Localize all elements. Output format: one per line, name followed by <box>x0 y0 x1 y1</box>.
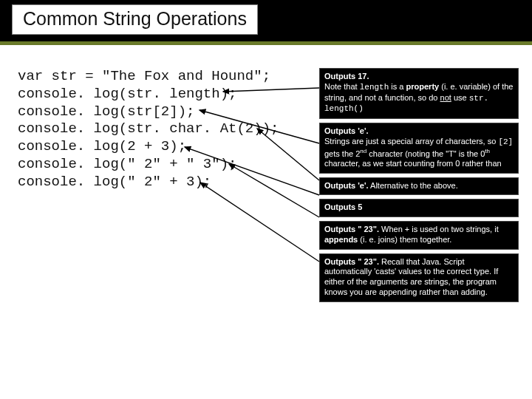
annotation-lead: Outputs " 23". <box>324 225 379 233</box>
annotation-lead: Outputs 'e'. <box>324 181 369 190</box>
annotation-box-5: Outputs " 23". Recall that Java. Script … <box>319 253 519 302</box>
annotation-box-1: Outputs 'e'. Strings are just a special … <box>319 123 519 174</box>
annotation-text: Strings are just a special array of char… <box>324 137 498 146</box>
annotation-bold: property <box>406 82 440 91</box>
code-line-6: console. log(" 2" + 3); <box>18 174 279 191</box>
content-area: var str = "The Fox and Hound"; console. … <box>0 47 532 399</box>
annotation-text: Alternative to the above. <box>369 181 458 190</box>
code-line-2: console. log(str[2]); <box>18 103 279 121</box>
annotation-underline: not <box>440 93 451 102</box>
annotation-boxes: Outputs 17. Note that length is a proper… <box>319 68 519 302</box>
annotation-box-0: Outputs 17. Note that length is a proper… <box>319 68 519 119</box>
annotation-text: character (noting the "T" is the 0 <box>366 149 485 157</box>
annotation-sup: th <box>485 148 490 154</box>
annotation-bold: appends <box>324 235 358 244</box>
annotation-box-4: Outputs " 23". When + is used on two str… <box>319 221 519 250</box>
annotation-text: (i. e. joins) them together. <box>358 235 451 244</box>
annotation-mono: length <box>360 83 389 92</box>
code-line-1: console. log(str. length); <box>18 86 279 103</box>
annotation-box-2: Outputs 'e'. Alternative to the above. <box>319 177 519 196</box>
annotation-lead: Outputs 'e'. <box>324 126 369 135</box>
code-line-5: console. log(" 2" + " 3"); <box>18 156 279 174</box>
code-block: var str = "The Fox and Hound"; console. … <box>18 68 279 191</box>
annotation-mono: [2] <box>498 137 513 146</box>
code-line-4: console. log(2 + 3); <box>18 138 279 156</box>
svg-line-5 <box>200 183 319 262</box>
annotation-text: is a <box>389 82 406 91</box>
annotation-text: Note that <box>324 82 360 91</box>
annotation-lead: Outputs " 23". <box>324 257 379 266</box>
annotation-text: When + is used on two strings, it <box>379 225 499 233</box>
annotation-text: character, as we start counting from 0 r… <box>324 159 502 168</box>
annotation-lead: Outputs 5 <box>324 202 362 211</box>
header-bar: Common String Operations <box>0 0 532 41</box>
annotation-lead: Outputs 17. <box>324 72 369 81</box>
code-line-0: var str = "The Fox and Hound"; <box>18 68 279 86</box>
annotation-text: use <box>451 93 469 102</box>
annotation-sup: nd <box>360 148 366 154</box>
accent-line <box>0 41 532 45</box>
code-line-3: console. log(str. char. At(2)); <box>18 120 279 138</box>
page-title: Common String Operations <box>12 4 258 35</box>
annotation-text: gets the 2 <box>324 149 360 157</box>
annotation-box-3: Outputs 5 <box>319 199 519 217</box>
